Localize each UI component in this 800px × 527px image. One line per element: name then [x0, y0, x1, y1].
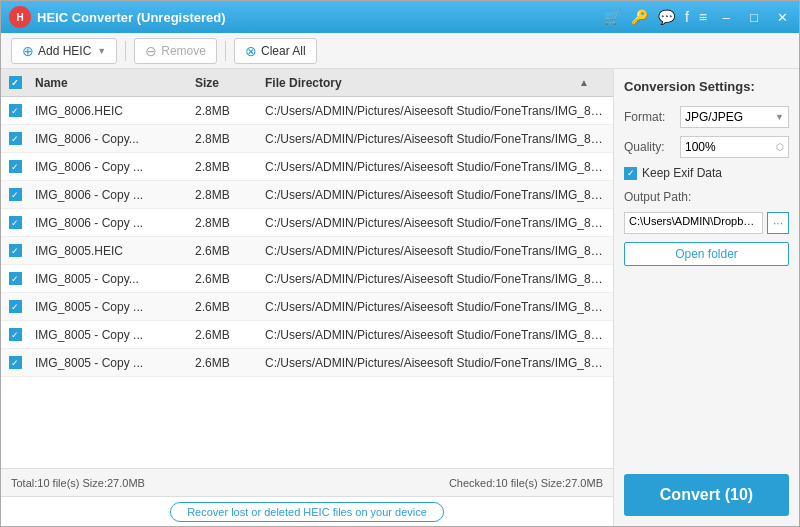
quality-select[interactable]: 100% ⬡ [680, 136, 789, 158]
row-checkbox[interactable] [1, 216, 29, 229]
table-row[interactable]: IMG_8006 - Copy ... 2.8MB C:/Users/ADMIN… [1, 209, 613, 237]
minimize-button[interactable]: – [717, 8, 735, 26]
row-checkbox[interactable] [1, 300, 29, 313]
quality-stepper-icon: ⬡ [776, 142, 784, 152]
table-row[interactable]: IMG_8005 - Copy ... 2.6MB C:/Users/ADMIN… [1, 349, 613, 377]
remove-label: Remove [161, 44, 206, 58]
output-path-row: C:\Users\ADMIN\Dropbox\PC\ ··· [624, 212, 789, 234]
row-checkbox[interactable] [1, 188, 29, 201]
clear-icon: ⊗ [245, 43, 257, 59]
row-size: 2.8MB [189, 104, 259, 118]
title-bar-icons: 🛒 🔑 💬 f ≡ – □ ✕ [604, 8, 791, 26]
keep-exif-checkbox[interactable] [624, 167, 637, 180]
row-size: 2.8MB [189, 160, 259, 174]
app-logo: H [9, 6, 31, 28]
table-header: Name Size File Directory ▲ [1, 69, 613, 97]
menu-icon[interactable]: ≡ [699, 9, 707, 25]
clear-all-button[interactable]: ⊗ Clear All [234, 38, 317, 64]
output-path-field: C:\Users\ADMIN\Dropbox\PC\ [624, 212, 763, 234]
row-path: C:/Users/ADMIN/Pictures/Aiseesoft Studio… [259, 132, 613, 146]
row-checkbox[interactable] [1, 356, 29, 369]
settings-spacer [624, 274, 789, 466]
row-size: 2.6MB [189, 300, 259, 314]
recovery-bar: Recover lost or deleted HEIC files on yo… [1, 496, 613, 526]
row-check-0[interactable] [9, 104, 22, 117]
key-icon[interactable]: 🔑 [631, 9, 648, 25]
row-path: C:/Users/ADMIN/Pictures/Aiseesoft Studio… [259, 160, 613, 174]
file-panel: Name Size File Directory ▲ IMG_8006.HEIC… [1, 69, 614, 526]
file-list: IMG_8006.HEIC 2.8MB C:/Users/ADMIN/Pictu… [1, 97, 613, 468]
row-size: 2.6MB [189, 244, 259, 258]
recovery-link[interactable]: Recover lost or deleted HEIC files on yo… [170, 502, 444, 522]
title-bar: H HEIC Converter (Unregistered) 🛒 🔑 💬 f … [1, 1, 799, 33]
row-name: IMG_8005.HEIC [29, 244, 189, 258]
row-check-1[interactable] [9, 132, 22, 145]
app-title: HEIC Converter (Unregistered) [37, 10, 604, 25]
add-heic-label: Add HEIC [38, 44, 91, 58]
table-row[interactable]: IMG_8006 - Copy ... 2.8MB C:/Users/ADMIN… [1, 181, 613, 209]
table-row[interactable]: IMG_8005 - Copy ... 2.6MB C:/Users/ADMIN… [1, 321, 613, 349]
format-select[interactable]: JPG/JPEG ▼ [680, 106, 789, 128]
row-check-3[interactable] [9, 188, 22, 201]
add-heic-button[interactable]: ⊕ Add HEIC ▼ [11, 38, 117, 64]
header-name: Name [29, 76, 189, 90]
row-path: C:/Users/ADMIN/Pictures/Aiseesoft Studio… [259, 328, 613, 342]
row-check-5[interactable] [9, 244, 22, 257]
row-checkbox[interactable] [1, 272, 29, 285]
close-button[interactable]: ✕ [773, 8, 791, 26]
row-size: 2.8MB [189, 132, 259, 146]
maximize-button[interactable]: □ [745, 8, 763, 26]
row-name: IMG_8006 - Copy... [29, 132, 189, 146]
browse-output-button[interactable]: ··· [767, 212, 789, 234]
table-row[interactable]: IMG_8005.HEIC 2.6MB C:/Users/ADMIN/Pictu… [1, 237, 613, 265]
row-path: C:/Users/ADMIN/Pictures/Aiseesoft Studio… [259, 104, 613, 118]
row-check-9[interactable] [9, 356, 22, 369]
row-name: IMG_8005 - Copy... [29, 272, 189, 286]
remove-icon: ⊖ [145, 43, 157, 59]
row-size: 2.6MB [189, 272, 259, 286]
quality-label: Quality: [624, 140, 674, 154]
cart-icon[interactable]: 🛒 [604, 9, 621, 25]
keep-exif-row: Keep Exif Data [624, 166, 789, 180]
table-row[interactable]: IMG_8006 - Copy... 2.8MB C:/Users/ADMIN/… [1, 125, 613, 153]
row-size: 2.8MB [189, 216, 259, 230]
row-size: 2.6MB [189, 356, 259, 370]
select-all-checkbox[interactable] [9, 76, 22, 89]
row-check-2[interactable] [9, 160, 22, 173]
status-checked: Checked:10 file(s) Size:27.0MB [307, 477, 603, 489]
row-check-8[interactable] [9, 328, 22, 341]
convert-button[interactable]: Convert (10) [624, 474, 789, 516]
main-window: H HEIC Converter (Unregistered) 🛒 🔑 💬 f … [0, 0, 800, 527]
sort-icon[interactable]: ▲ [579, 77, 589, 88]
row-check-7[interactable] [9, 300, 22, 313]
open-folder-button[interactable]: Open folder [624, 242, 789, 266]
row-path: C:/Users/ADMIN/Pictures/Aiseesoft Studio… [259, 356, 613, 370]
row-path: C:/Users/ADMIN/Pictures/Aiseesoft Studio… [259, 188, 613, 202]
row-name: IMG_8006 - Copy ... [29, 188, 189, 202]
quality-value: 100% [685, 140, 716, 154]
row-checkbox[interactable] [1, 328, 29, 341]
header-checkbox[interactable] [1, 76, 29, 89]
remove-button[interactable]: ⊖ Remove [134, 38, 217, 64]
row-path: C:/Users/ADMIN/Pictures/Aiseesoft Studio… [259, 300, 613, 314]
settings-panel: Conversion Settings: Format: JPG/JPEG ▼ … [614, 69, 799, 526]
row-name: IMG_8006 - Copy ... [29, 216, 189, 230]
format-row: Format: JPG/JPEG ▼ [624, 106, 789, 128]
add-icon: ⊕ [22, 43, 34, 59]
output-path-label: Output Path: [624, 190, 789, 204]
row-path: C:/Users/ADMIN/Pictures/Aiseesoft Studio… [259, 272, 613, 286]
table-row[interactable]: IMG_8005 - Copy... 2.6MB C:/Users/ADMIN/… [1, 265, 613, 293]
row-checkbox[interactable] [1, 132, 29, 145]
toolbar: ⊕ Add HEIC ▼ ⊖ Remove ⊗ Clear All [1, 33, 799, 69]
row-check-4[interactable] [9, 216, 22, 229]
row-checkbox[interactable] [1, 104, 29, 117]
row-check-6[interactable] [9, 272, 22, 285]
row-checkbox[interactable] [1, 244, 29, 257]
facebook-icon[interactable]: f [685, 9, 689, 25]
row-size: 2.6MB [189, 328, 259, 342]
table-row[interactable]: IMG_8005 - Copy ... 2.6MB C:/Users/ADMIN… [1, 293, 613, 321]
chat-icon[interactable]: 💬 [658, 9, 675, 25]
row-checkbox[interactable] [1, 160, 29, 173]
table-row[interactable]: IMG_8006 - Copy ... 2.8MB C:/Users/ADMIN… [1, 153, 613, 181]
table-row[interactable]: IMG_8006.HEIC 2.8MB C:/Users/ADMIN/Pictu… [1, 97, 613, 125]
